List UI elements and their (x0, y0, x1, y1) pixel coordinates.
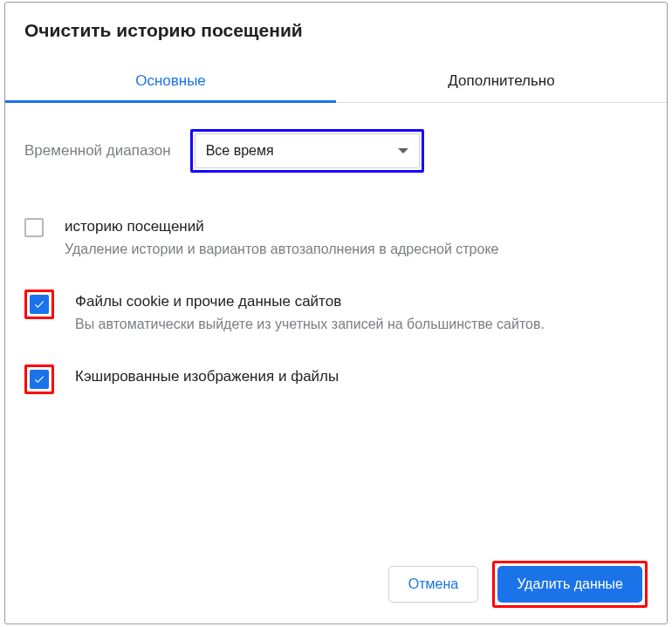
clear-browsing-data-dialog: Очистить историю посещений Основные Допо… (4, 2, 668, 624)
cancel-button[interactable]: Отмена (388, 566, 478, 603)
time-range-select[interactable]: Все время (195, 133, 420, 168)
time-range-selected-value: Все время (206, 143, 274, 159)
checkbox-cache[interactable] (30, 370, 49, 389)
confirm-button-highlight: Удалить данные (492, 561, 648, 608)
check-icon (33, 373, 45, 385)
option-text: Кэшированные изображения и файлы (75, 366, 648, 387)
option-title: историю посещений (65, 216, 648, 237)
dialog-title: Очистить историю посещений (5, 3, 667, 41)
confirm-button[interactable]: Удалить данные (497, 566, 642, 603)
tab-advanced[interactable]: Дополнительно (336, 60, 667, 102)
option-title: Кэшированные изображения и файлы (75, 366, 648, 387)
check-icon (33, 298, 45, 310)
option-desc: Удаление истории и вариантов автозаполне… (65, 239, 648, 260)
checkbox-history[interactable] (24, 218, 44, 237)
option-desc: Вы автоматически выйдете из учетных запи… (75, 314, 648, 335)
option-text: историю посещений Удаление истории и вар… (65, 216, 648, 260)
option-row-history: историю посещений Удаление истории и вар… (24, 216, 648, 260)
time-range-label: Временной диапазон (24, 142, 171, 160)
option-row-cache: Кэшированные изображения и файлы (24, 366, 648, 394)
option-title: Файлы cookie и прочие данные сайтов (75, 291, 648, 312)
option-row-cookies: Файлы cookie и прочие данные сайтов Вы а… (24, 291, 648, 335)
option-text: Файлы cookie и прочие данные сайтов Вы а… (75, 291, 648, 335)
checkbox-cookies[interactable] (30, 295, 49, 314)
time-range-row: Временной диапазон Все время (24, 129, 648, 173)
checkbox-highlight (24, 365, 54, 394)
time-range-highlight: Все время (190, 129, 424, 173)
tab-basic[interactable]: Основные (5, 60, 336, 102)
dialog-body: Временной диапазон Все время историю пос… (5, 103, 667, 545)
chevron-down-icon (398, 148, 408, 153)
tabs: Основные Дополнительно (5, 60, 667, 103)
checkbox-highlight (24, 290, 54, 319)
dialog-footer: Отмена Удалить данные (5, 545, 667, 624)
